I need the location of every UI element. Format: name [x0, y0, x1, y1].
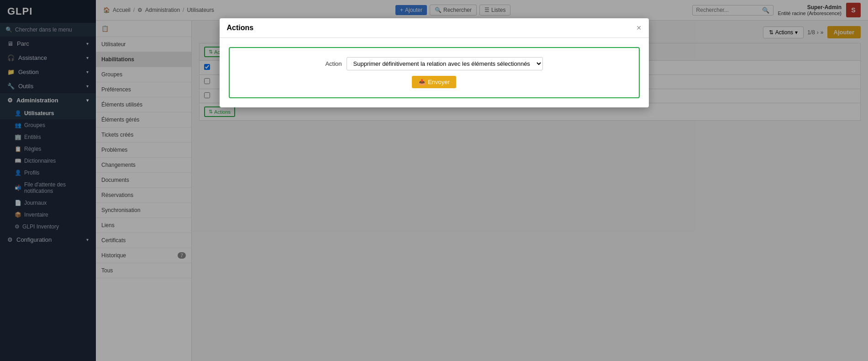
modal-title: Actions [227, 24, 254, 32]
action-select[interactable]: Supprimer définitivement la relation ave… [347, 57, 543, 70]
actions-modal: Actions × Action Supprimer définitivemen… [220, 18, 649, 107]
action-row: Action Supprimer définitivement la relat… [325, 57, 542, 70]
modal-header: Actions × [220, 18, 649, 38]
modal-close-button[interactable]: × [637, 24, 642, 32]
send-icon: 📤 [418, 79, 426, 85]
action-label: Action [325, 60, 342, 67]
envoyer-button[interactable]: 📤 Envoyer [412, 76, 456, 88]
modal-overlay[interactable]: Actions × Action Supprimer définitivemen… [0, 0, 868, 361]
modal-body: Action Supprimer définitivement la relat… [220, 38, 649, 107]
action-box: Action Supprimer définitivement la relat… [229, 47, 640, 98]
envoyer-label: Envoyer [428, 79, 450, 85]
